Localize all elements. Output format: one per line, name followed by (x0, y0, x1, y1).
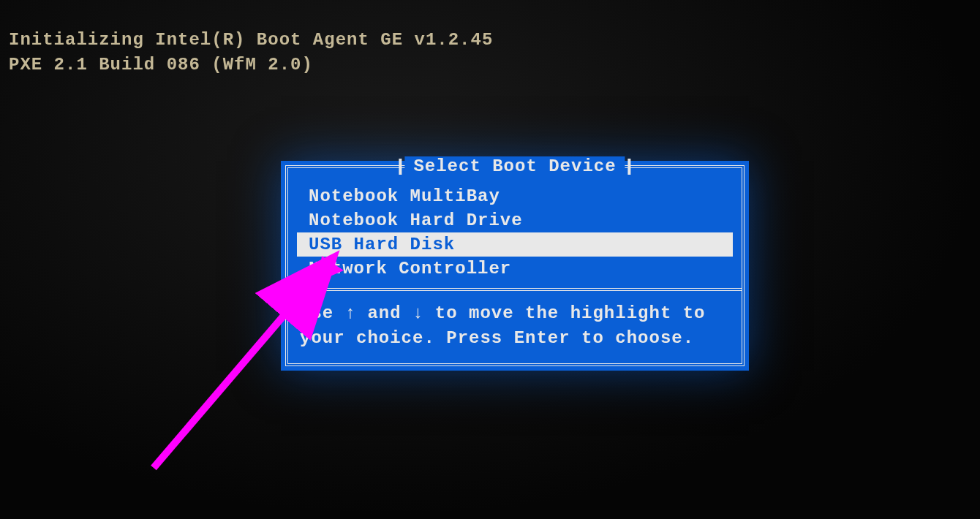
boot-line-2: PXE 2.1 Build 086 (WfM 2.0) (9, 55, 313, 75)
boot-device-menu: Select Boot Device Notebook MultiBay Not… (281, 161, 749, 371)
menu-item-usb[interactable]: USB Hard Disk (297, 232, 733, 257)
menu-title: Select Boot Device (404, 156, 625, 176)
menu-item-harddrive[interactable]: Notebook Hard Drive (297, 208, 733, 232)
boot-init-text: Initializing Intel(R) Boot Agent GE v1.2… (9, 28, 493, 77)
menu-instructions: Use ↑ and ↓ to move the highlight to you… (288, 291, 742, 363)
menu-item-multibay[interactable]: Notebook MultiBay (297, 184, 733, 208)
menu-border: Select Boot Device Notebook MultiBay Not… (285, 165, 745, 366)
menu-items-list: Notebook MultiBay Notebook Hard Drive US… (288, 168, 742, 288)
boot-line-1: Initializing Intel(R) Boot Agent GE v1.2… (9, 30, 493, 50)
menu-item-network[interactable]: Network Controller (297, 257, 733, 281)
